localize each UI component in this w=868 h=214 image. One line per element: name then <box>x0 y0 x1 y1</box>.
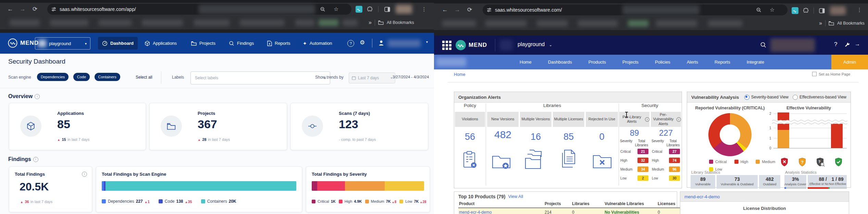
findings-by-engine-card[interactable]: Total Findings by Scan Engine Dependenci… <box>96 166 302 212</box>
all-bookmarks-label[interactable]: All Bookmarks <box>387 20 414 25</box>
user-icon[interactable] <box>378 40 384 48</box>
nav-item-projects[interactable]: Projects <box>187 37 220 50</box>
info-icon[interactable]: i <box>677 117 681 122</box>
bookmark-star-icon[interactable]: ☆ <box>770 4 774 15</box>
mend-logo[interactable]: MEND <box>455 40 487 51</box>
nav-item-home[interactable]: Home <box>520 59 532 65</box>
extensions-puzzle-icon[interactable] <box>367 6 373 13</box>
address-bar[interactable]: saas.whitesourcesoftware.com/app/ ☆ <box>47 4 351 15</box>
forward-icon[interactable]: → <box>453 3 461 16</box>
side-panel-icon[interactable] <box>819 8 825 15</box>
projects-card[interactable]: Projects 367 ▲ 28 in last 7 days <box>149 103 287 150</box>
org-selector[interactable]: playground ▾ <box>35 37 90 50</box>
select-all-link[interactable]: Select all <box>136 75 152 80</box>
mouse-cursor-ibeam <box>626 112 627 117</box>
help-icon[interactable]: ? <box>347 40 354 47</box>
nav-item-aler ts[interactable]: Alerts <box>687 59 698 65</box>
info-icon[interactable]: i <box>645 117 649 122</box>
chip-dependencies[interactable]: Dependencies <box>37 73 69 81</box>
findings-by-severity-card[interactable]: Total Findings by Severity Critical 1K <box>306 166 430 212</box>
rejected-in-use-value[interactable]: 0 <box>586 132 618 142</box>
view-all-link[interactable]: View All <box>508 194 523 199</box>
reload-icon[interactable]: ⟳ <box>466 3 474 16</box>
chip-code[interactable]: Code <box>73 73 90 81</box>
violations-value[interactable]: 56 <box>455 132 485 142</box>
profile-avatar[interactable] <box>830 6 846 15</box>
radio-effectiveness-view[interactable] <box>793 95 798 100</box>
card-title: Total Findings by Severity <box>312 172 367 177</box>
nav-item-reports[interactable]: Reports <box>263 37 295 50</box>
tab-strip <box>434 0 868 3</box>
table-row-product[interactable]: mend-ecr-4-demo <box>458 208 544 214</box>
address-bar[interactable]: saas.whitesourcesoftware.com/ ☆ <box>483 4 788 15</box>
redacted-bookmark <box>578 20 618 27</box>
nav-item-automation[interactable]: ✦ Automation <box>299 37 336 50</box>
nav-item-applications[interactable]: Applications <box>140 37 181 50</box>
bookmarks-overflow-icon[interactable]: » <box>819 20 822 26</box>
per-vulnerability-value[interactable]: 227 <box>651 128 681 138</box>
labels-select[interactable]: Select labels ▾ <box>190 71 330 84</box>
zoom-icon[interactable] <box>320 6 325 13</box>
site-info-icon[interactable] <box>51 7 56 12</box>
radio-severity-view[interactable] <box>744 95 749 100</box>
mend-extension-icon[interactable] <box>356 6 362 13</box>
wrench-icon[interactable] <box>844 42 850 49</box>
kebab-menu-icon[interactable]: ⋮ <box>420 3 428 16</box>
back-icon[interactable]: ← <box>441 3 449 16</box>
site-info-icon[interactable] <box>487 8 492 12</box>
nav-item-dashboard[interactable]: Dashboard <box>98 37 138 50</box>
per-library-value[interactable]: 89 <box>619 128 649 138</box>
col-product[interactable]: Product <box>458 200 544 208</box>
all-bookmarks-label[interactable]: All Bookmarks <box>837 21 865 26</box>
new-versions-value[interactable]: 482 <box>487 129 519 141</box>
org-selector[interactable]: playground ⌄ <box>518 41 552 48</box>
gear-icon[interactable]: ⚙ <box>360 39 365 46</box>
applications-card[interactable]: Applications 85 ▲ 15 in last 7 days <box>9 103 146 150</box>
product-link[interactable]: mend-ecr-4-demo <box>684 194 720 199</box>
total-findings-card[interactable]: Total Findings i 20.5K ▲ 36 in last 7 da… <box>9 166 92 212</box>
col-licenses[interactable]: Licenses <box>657 200 681 208</box>
scans-card[interactable]: Scans (7 days) 123 - comp. to past 7 day… <box>290 103 428 150</box>
profile-avatar[interactable] <box>396 5 412 14</box>
col-vulnerable-libraries[interactable]: Vulnerable Libraries <box>604 200 657 208</box>
side-panel-icon[interactable] <box>384 7 390 13</box>
breadcrumb[interactable]: Home <box>454 72 465 77</box>
mend-extension-icon[interactable] <box>792 7 798 14</box>
chip-containers[interactable]: Containers <box>95 73 120 81</box>
help-icon[interactable]: ? <box>834 41 837 48</box>
bookmark-star-icon[interactable]: ☆ <box>334 4 338 15</box>
chevron-down-icon[interactable]: ▾ <box>426 40 428 44</box>
info-icon[interactable]: i <box>35 94 40 99</box>
nav-item-projects[interactable]: Projects <box>622 59 638 65</box>
col-libraries[interactable]: Libraries <box>571 200 604 208</box>
url-text[interactable]: saas.whitesourcesoftware.com/ <box>495 7 562 13</box>
back-icon[interactable]: ← <box>6 3 14 16</box>
kebab-menu-icon[interactable]: ⋮ <box>855 3 864 16</box>
logout-arrow-icon[interactable]: → <box>855 41 860 47</box>
multiple-versions-value[interactable]: 16 <box>520 132 551 142</box>
extensions-puzzle-icon[interactable] <box>803 8 809 15</box>
nav-item-findings[interactable]: Findings <box>225 37 258 50</box>
nav-item-reports[interactable]: Reports <box>715 59 730 65</box>
search-icon[interactable] <box>760 42 766 49</box>
nav-item-dashboards[interactable]: Dashboards <box>548 59 572 65</box>
nav-item-admin[interactable]: Admin <box>831 55 868 69</box>
nav-item-integrate[interactable]: Integrate <box>747 59 764 65</box>
info-icon[interactable]: i <box>82 172 87 177</box>
redacted-bookmark <box>99 19 132 26</box>
bookmarks-overflow-icon[interactable]: » <box>369 19 372 26</box>
reload-icon[interactable]: ⟳ <box>31 3 39 16</box>
trends-select[interactable]: Last 7 days ▾ <box>349 72 395 83</box>
zoom-icon[interactable] <box>756 7 761 14</box>
multiple-licenses-value[interactable]: 85 <box>553 132 584 142</box>
url-text[interactable]: saas.whitesourcesoftware.com/app/ <box>60 6 136 12</box>
nav-item-policies[interactable]: Policies <box>655 59 670 65</box>
mend-logo[interactable]: MEND <box>8 38 39 48</box>
info-icon[interactable]: i <box>33 157 38 162</box>
app-grid-icon[interactable] <box>442 41 451 50</box>
set-home-checkbox[interactable] <box>812 72 817 76</box>
redacted-bookmark <box>319 19 338 26</box>
col-projects[interactable]: Projects <box>544 200 571 208</box>
forward-icon[interactable]: → <box>18 3 27 16</box>
nav-item-products[interactable]: Products <box>588 59 606 65</box>
